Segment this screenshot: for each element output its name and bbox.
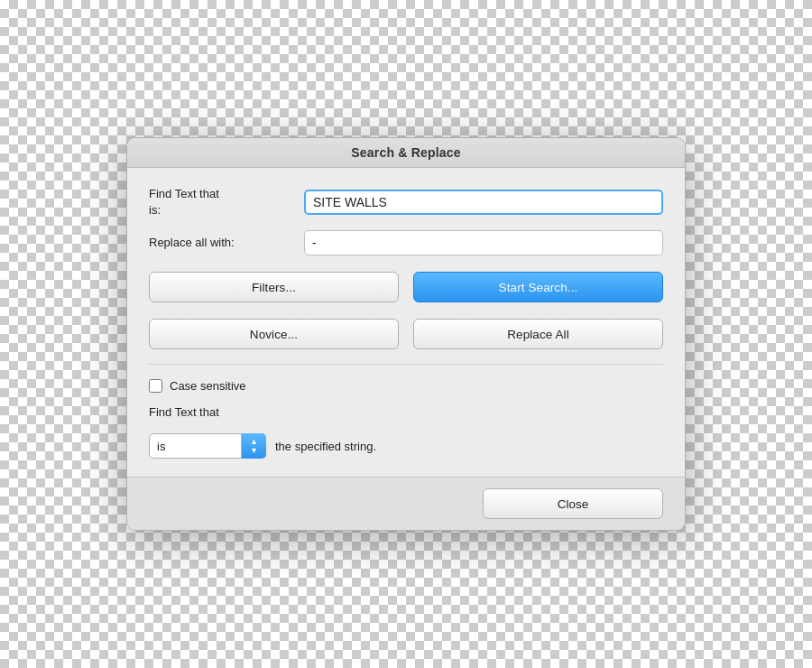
replace-all-button[interactable]: Replace All <box>413 319 663 349</box>
dialog-footer: Close <box>127 477 685 530</box>
divider <box>149 364 663 365</box>
novice-button[interactable]: Novice... <box>149 319 399 349</box>
dropdown-suffix-text: the specified string. <box>275 440 376 453</box>
find-row: Find Text that is: <box>149 186 663 218</box>
buttons-row-2: Novice... Replace All <box>149 319 663 349</box>
start-search-button[interactable]: Start Search... <box>413 272 663 302</box>
search-replace-dialog: Search & Replace Find Text that is: Repl… <box>126 137 686 531</box>
find-text-label: Find Text that <box>149 405 663 419</box>
dialog-body: Find Text that is: Replace all with: Fil… <box>127 168 685 477</box>
find-input[interactable] <box>304 190 663 215</box>
close-button[interactable]: Close <box>483 488 663 519</box>
replace-label: Replace all with: <box>149 235 293 251</box>
replace-input[interactable] <box>304 230 663 255</box>
dialog-titlebar: Search & Replace <box>127 138 685 168</box>
find-condition-dropdown[interactable]: is is not contains starts with ends with <box>149 433 266 459</box>
filters-button[interactable]: Filters... <box>149 272 399 302</box>
dropdown-row: is is not contains starts with ends with… <box>149 433 663 459</box>
find-label: Find Text that is: <box>149 186 293 218</box>
case-sensitive-label: Case sensitive <box>170 379 246 393</box>
dropdown-wrapper: is is not contains starts with ends with… <box>149 433 266 459</box>
case-sensitive-checkbox[interactable] <box>149 379 162 393</box>
buttons-row-1: Filters... Start Search... <box>149 272 663 302</box>
case-sensitive-row: Case sensitive <box>149 379 663 393</box>
dialog-title: Search & Replace <box>351 145 460 160</box>
replace-row: Replace all with: <box>149 230 663 255</box>
